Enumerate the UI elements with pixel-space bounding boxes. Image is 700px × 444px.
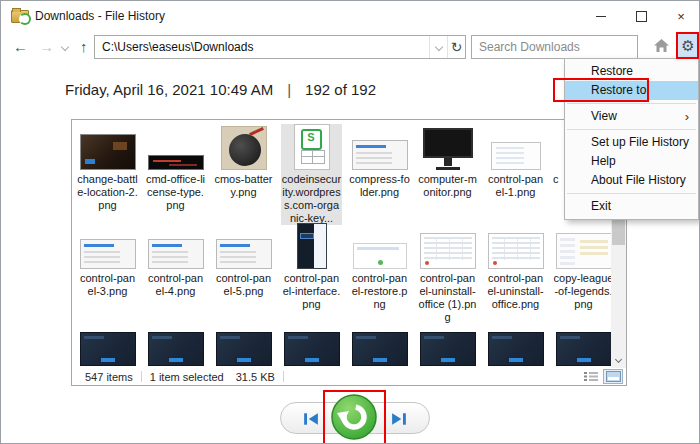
selection-count: 1 item selected bbox=[150, 371, 224, 383]
file-panel: change-battle-location-2.pngcmd-office-l… bbox=[71, 119, 627, 386]
menu-item-label: Help bbox=[591, 154, 616, 168]
file-item[interactable]: codeinsecurity.wordpress.com-organic-key… bbox=[281, 124, 342, 225]
back-icon[interactable]: ← bbox=[13, 38, 28, 55]
next-version-button[interactable] bbox=[391, 412, 407, 426]
window-screenshot-icon bbox=[491, 142, 541, 170]
selection-size: 31.5 KB bbox=[236, 371, 275, 383]
home-icon[interactable] bbox=[653, 38, 670, 53]
dialog-screenshot-icon bbox=[80, 239, 136, 269]
file-thumbnail bbox=[417, 332, 478, 366]
refresh-button[interactable]: ↻ bbox=[447, 36, 465, 58]
search-box[interactable] bbox=[471, 35, 638, 59]
file-thumbnail bbox=[349, 332, 410, 366]
file-name: control-panel-interface.png bbox=[281, 272, 342, 311]
status-bar: 547 items 1 item selected 31.5 KB bbox=[72, 368, 626, 385]
recovery-dark-screenshot-icon bbox=[488, 332, 544, 366]
menu-item-help[interactable]: Help bbox=[565, 152, 698, 171]
file-item[interactable]: cmos-battery.png bbox=[213, 124, 274, 225]
menu-item-about-file-history[interactable]: About File History bbox=[565, 171, 698, 190]
file-item[interactable]: control-panel-1.png bbox=[485, 124, 546, 225]
menu-item-label: View bbox=[591, 109, 617, 123]
file-thumbnail bbox=[485, 235, 546, 269]
details-view-icon bbox=[584, 371, 598, 382]
file-thumbnail bbox=[281, 124, 342, 170]
file-thumbnail bbox=[553, 332, 611, 366]
address-dropdown-button[interactable] bbox=[429, 36, 447, 58]
file-thumbnail bbox=[349, 235, 410, 269]
app-dark-screenshot-icon bbox=[297, 223, 327, 269]
file-thumbnail bbox=[417, 235, 478, 269]
file-thumbnail bbox=[485, 124, 546, 170]
previous-version-button[interactable] bbox=[303, 412, 319, 426]
file-item[interactable]: control-panel-interface.png bbox=[281, 235, 342, 324]
maximize-button[interactable] bbox=[621, 1, 661, 31]
address-bar[interactable]: ↻ bbox=[94, 35, 466, 59]
recovery-dark-screenshot-icon bbox=[216, 332, 272, 366]
table-screenshot-icon bbox=[420, 233, 476, 269]
file-item[interactable]: cmd-office-license-type.png bbox=[145, 124, 206, 225]
file-name: control-panel-restore.png bbox=[349, 272, 410, 311]
recovery-dark-screenshot-icon bbox=[80, 332, 136, 366]
file-item[interactable]: control-panel-uninstall-office (1).png bbox=[417, 235, 478, 324]
file-thumbnail bbox=[77, 124, 138, 170]
menu-item-label: Exit bbox=[591, 199, 611, 213]
file-item[interactable]: computer-monitor.png bbox=[417, 124, 478, 225]
file-history-app-icon bbox=[11, 10, 29, 23]
document-light-screenshot-icon bbox=[353, 243, 407, 269]
file-name: control-panel-1.png bbox=[485, 173, 546, 199]
menu-item-label: Restore bbox=[591, 64, 633, 78]
forward-icon[interactable]: → bbox=[39, 38, 54, 55]
header-divider: | bbox=[287, 81, 291, 98]
menu-separator bbox=[567, 193, 696, 194]
recovery-dark-screenshot-icon bbox=[556, 332, 612, 366]
up-icon[interactable]: ↑ bbox=[80, 38, 88, 55]
file-thumbnail bbox=[77, 235, 138, 269]
explorer-screenshot-icon bbox=[556, 233, 612, 269]
file-row: control-panel-3.pngcontrol-panel-4.pngco… bbox=[77, 235, 611, 324]
details-view-button[interactable] bbox=[581, 369, 601, 384]
document-icon-icon bbox=[294, 124, 330, 170]
dialog-screenshot-icon bbox=[216, 239, 272, 269]
file-item[interactable]: control-panel-3.png bbox=[77, 235, 138, 324]
file-name: computer-monitor.png bbox=[417, 173, 478, 199]
file-item[interactable]: control-panel-4.png bbox=[145, 235, 206, 324]
thumbnail-view-button[interactable] bbox=[603, 369, 623, 384]
table-screenshot-icon bbox=[488, 233, 544, 269]
file-name: change-battle-location-2.png bbox=[77, 173, 138, 212]
recovery-dark-screenshot-icon bbox=[148, 332, 204, 366]
terminal-screenshot-icon bbox=[148, 155, 204, 170]
submenu-arrow-icon: › bbox=[685, 107, 689, 126]
file-item[interactable]: control-panel-uninstall-office.png bbox=[485, 235, 546, 324]
file-thumbnail bbox=[145, 235, 206, 269]
thumbnail-view-icon bbox=[606, 371, 621, 382]
recent-locations-chevron-icon[interactable] bbox=[61, 43, 69, 51]
file-name: control-panel-uninstall-office (1).png bbox=[417, 272, 478, 324]
file-name: control-panel-4.png bbox=[145, 272, 206, 298]
file-item[interactable]: control-panel-5.png bbox=[213, 235, 274, 324]
file-thumbnail bbox=[77, 332, 138, 366]
restore-to-annotation-box bbox=[553, 78, 649, 102]
game-screenshot-icon bbox=[80, 134, 136, 170]
scroll-down-button[interactable] bbox=[611, 354, 626, 368]
file-name: control-panel-3.png bbox=[77, 272, 138, 298]
file-name: control-panel-5.png bbox=[213, 272, 274, 298]
file-thumbnail bbox=[213, 332, 274, 366]
file-item[interactable]: control-panel-restore.png bbox=[349, 235, 410, 324]
address-input[interactable] bbox=[95, 40, 429, 54]
version-header: Friday, April 16, 2021 10:49 AM | 192 of… bbox=[65, 81, 376, 98]
search-input[interactable] bbox=[472, 40, 634, 54]
file-thumbnail bbox=[485, 332, 546, 366]
menu-item-set-up-file-history[interactable]: Set up File History bbox=[565, 133, 698, 152]
file-name: control-panel-uninstall-office.png bbox=[485, 272, 546, 311]
file-thumbnail bbox=[553, 235, 611, 269]
file-item[interactable]: copy-league-of-legends.png bbox=[553, 235, 611, 324]
file-item[interactable]: change-battle-location-2.png bbox=[77, 124, 138, 225]
menu-item-exit[interactable]: Exit bbox=[565, 197, 698, 216]
menu-item-view[interactable]: View› bbox=[565, 107, 698, 126]
file-grid: change-battle-location-2.pngcmd-office-l… bbox=[72, 120, 611, 385]
file-item[interactable]: compress-folder.png bbox=[349, 124, 410, 225]
close-button[interactable]: × bbox=[661, 1, 700, 31]
minimize-button[interactable] bbox=[581, 1, 621, 31]
close-icon: × bbox=[677, 9, 685, 24]
monitor-photo-icon bbox=[423, 128, 473, 170]
